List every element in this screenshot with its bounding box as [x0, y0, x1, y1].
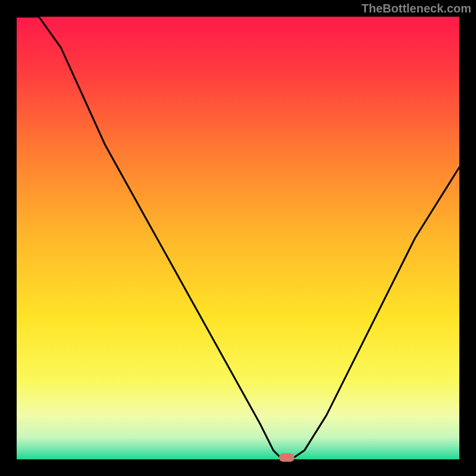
optimal-marker [279, 453, 295, 462]
bottleneck-chart: TheBottleneck.com [0, 0, 476, 476]
chart-svg [0, 0, 476, 476]
chart-plot-area [17, 17, 459, 459]
watermark-label: TheBottleneck.com [362, 2, 471, 15]
